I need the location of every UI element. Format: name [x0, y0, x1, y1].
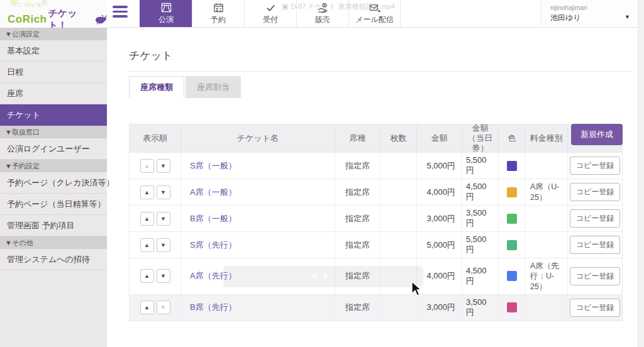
display-order-cell: ▲▼ [130, 179, 181, 205]
ticket-name-cell: A席（先行） [181, 258, 335, 294]
color-cell [499, 232, 525, 258]
sidebar-item[interactable]: 予約ページ（クレカ決済等） [0, 172, 107, 194]
user-org: nijinohajimari [550, 4, 634, 11]
topnav-tab-label: メール配信 [355, 14, 394, 25]
copy-cell: コピー登録 [568, 179, 622, 205]
topnav-tab-label: 受付 [263, 14, 278, 25]
sidebar-item[interactable]: 日程 [0, 62, 107, 83]
quantity-cell [380, 295, 417, 321]
sidebar-section-header: ▼取扱窓口 [0, 126, 107, 138]
display-order-cell: ▲▼ [130, 295, 181, 321]
move-up-button[interactable]: ▲ [140, 185, 154, 199]
sidebar-item[interactable]: チケット [0, 104, 107, 126]
copy-cell: コピー登録 [568, 206, 622, 231]
ticket-name-link[interactable]: S席（一般） [190, 160, 236, 172]
seat-type-cell: 指定席 [335, 179, 380, 205]
topnav-tab-label: 販売 [315, 14, 330, 25]
sidebar-item[interactable]: 管理システムへの招待 [0, 249, 107, 270]
copy-cell: コピー登録 [568, 153, 622, 179]
ticket-name-link[interactable]: S席（先行） [190, 240, 236, 251]
sidebar-item[interactable]: 公演ログインユーザー [0, 138, 107, 160]
topnav-tab-yoyaku[interactable]: 予約 [192, 0, 244, 27]
move-down-button[interactable]: ▼ [157, 159, 170, 173]
day-price-cell: 3,500円 [462, 295, 499, 321]
topnav-tabs: 公演 予約 受付 販売 [140, 0, 401, 27]
seat-type-cell: 指定席 [335, 258, 380, 294]
copy-register-button[interactable]: コピー登録 [570, 183, 621, 201]
move-up-button[interactable]: ▲ [140, 212, 154, 226]
tab-seat-types[interactable]: 座席種類 [129, 76, 184, 98]
sidebar-section-header: ▼予約設定 [0, 160, 107, 172]
day-price-cell: 3,500円 [462, 206, 499, 231]
topnav-tab-mail[interactable]: メール配信 [348, 0, 401, 27]
topbar: 公演 予約 受付 販売 [107, 0, 644, 28]
curtain-icon [160, 2, 172, 14]
move-up-button[interactable]: ▲ [140, 300, 154, 314]
sidebar-item[interactable]: 予約ページ（当日精算等） [0, 194, 107, 215]
tab-seat-assignment[interactable]: 座席割当 [186, 76, 241, 98]
column-header: 枚数 [380, 124, 417, 152]
move-up-button[interactable]: ▲ [140, 159, 154, 173]
price-cell: 4,000円 [417, 258, 462, 294]
ticket-table: 表示順チケット名席種枚数金額金額 （当日券）色料金種別コピー登録 ▲▼S席（一般… [129, 124, 623, 321]
topnav-tab-uketsuke[interactable]: 受付 [244, 0, 296, 27]
main-content: チケット 座席種類 座席割当 新規作成 表示順チケット名席種枚数金額金額 （当日… [107, 28, 638, 347]
menu-icon[interactable] [113, 6, 129, 21]
move-down-button[interactable]: ▼ [157, 185, 170, 199]
vertical-scrollbar[interactable] [638, 0, 644, 347]
ticket-name-cell: S席（先行） [181, 232, 335, 258]
move-up-button[interactable]: ▲ [140, 238, 154, 252]
brand-logo[interactable]: こりっち CoRich チケット！ [0, 0, 107, 28]
page-title: チケット [129, 48, 638, 63]
move-down-button[interactable]: ▼ [157, 269, 170, 283]
price-cell: 5,000円 [417, 232, 462, 258]
copy-register-button[interactable]: コピー登録 [570, 209, 621, 228]
seat-type-cell: 指定席 [335, 295, 380, 321]
page-tabs: 座席種類 座席割当 [129, 76, 638, 98]
ticket-name-cell: S席（一般） [181, 153, 335, 179]
sidebar-item[interactable]: 管理画面 予約項目 [0, 215, 107, 236]
move-down-button[interactable]: ▼ [157, 300, 170, 314]
create-new-button-top[interactable]: 新規作成 [571, 124, 623, 145]
move-up-button[interactable]: ▲ [140, 269, 154, 283]
color-cell [499, 206, 525, 231]
color-cell [499, 295, 525, 321]
ticket-name-link[interactable]: B席（先行） [190, 302, 236, 313]
table-header-row: 表示順チケット名席種枚数金額金額 （当日券）色料金種別コピー登録 [130, 124, 622, 152]
seat-types-panel: 新規作成 表示順チケット名席種枚数金額金額 （当日券）色料金種別コピー登録 ▲▼… [129, 124, 623, 347]
display-order-cell: ▲▼ [130, 232, 181, 258]
brand-product: チケット！ [48, 8, 93, 28]
ticket-name-link[interactable]: A席（先行） [190, 270, 236, 282]
move-down-button[interactable]: ▼ [157, 212, 170, 226]
fee-type-cell [525, 295, 568, 321]
copy-register-button[interactable]: コピー登録 [570, 299, 621, 317]
color-swatch [507, 302, 517, 312]
user-menu[interactable]: nijinohajimari 池田ゆり ▼ [541, 0, 634, 27]
topnav-tab-koen[interactable]: 公演 [140, 0, 192, 27]
ticket-name-link[interactable]: B席（一般） [190, 213, 236, 224]
table-row: ▲▼B席（一般）指定席3,000円3,500円コピー登録 [130, 205, 622, 231]
fee-type-cell [525, 232, 568, 258]
sidebar-item[interactable]: 座席 [0, 83, 107, 104]
quantity-cell [380, 179, 417, 205]
seat-type-cell: 指定席 [335, 206, 380, 231]
sidebar-section-header: ▼公演設定 [0, 28, 107, 40]
color-swatch [507, 187, 517, 197]
column-header: 金額 （当日券） [462, 124, 499, 152]
copy-register-button[interactable]: コピー登録 [570, 267, 621, 285]
ticket-name-link[interactable]: A席（一般） [190, 187, 236, 198]
day-price-cell: 5,500円 [462, 232, 499, 258]
sidebar-item[interactable]: 基本設定 [0, 40, 107, 62]
color-swatch [507, 214, 517, 224]
calendar-icon [213, 2, 225, 14]
copy-register-button[interactable]: コピー登録 [570, 157, 621, 175]
copy-register-button[interactable]: コピー登録 [570, 236, 621, 254]
price-cell: 5,000円 [417, 153, 462, 179]
topnav-tab-label: 予約 [211, 14, 226, 25]
column-header: 金額 [417, 124, 462, 152]
topnav-tab-hanbai[interactable]: 販売 [296, 0, 348, 27]
copy-cell: コピー登録 [568, 258, 622, 294]
move-down-button[interactable]: ▼ [157, 238, 170, 252]
column-header: チケット名 [181, 124, 335, 152]
seat-type-cell: 指定席 [335, 153, 380, 179]
